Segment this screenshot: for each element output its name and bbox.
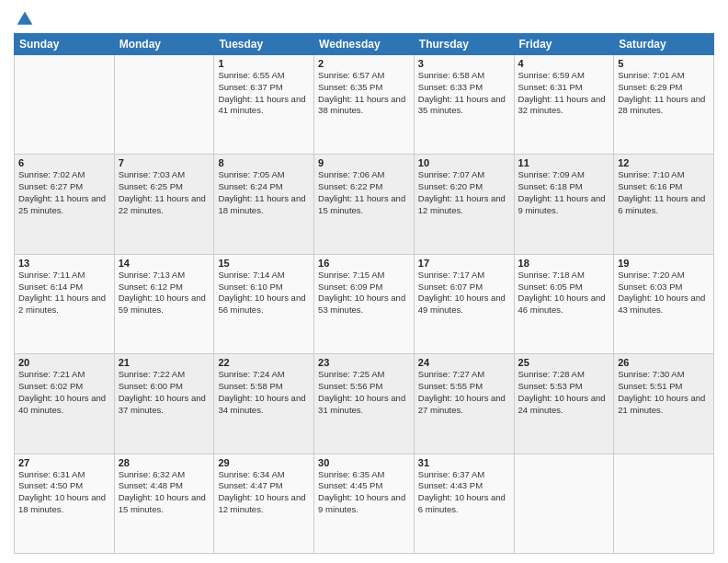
calendar-day-cell: 29Sunrise: 6:34 AM Sunset: 4:47 PM Dayli… — [214, 454, 314, 553]
calendar-day-cell: 6Sunrise: 7:02 AM Sunset: 6:27 PM Daylig… — [15, 155, 115, 254]
day-info: Sunrise: 6:34 AM Sunset: 4:47 PM Dayligh… — [218, 469, 310, 516]
calendar-day-cell: 4Sunrise: 6:59 AM Sunset: 6:31 PM Daylig… — [514, 55, 614, 155]
day-number: 13 — [18, 258, 110, 269]
day-info: Sunrise: 7:21 AM Sunset: 6:02 PM Dayligh… — [18, 369, 110, 416]
day-info: Sunrise: 7:05 AM Sunset: 6:24 PM Dayligh… — [218, 169, 310, 216]
day-number: 4 — [518, 58, 610, 69]
day-info: Sunrise: 7:30 AM Sunset: 5:51 PM Dayligh… — [618, 369, 710, 416]
calendar-day-cell: 12Sunrise: 7:10 AM Sunset: 6:16 PM Dayli… — [614, 155, 714, 254]
day-number: 30 — [318, 457, 410, 468]
day-number: 29 — [218, 457, 310, 468]
day-info: Sunrise: 7:18 AM Sunset: 6:05 PM Dayligh… — [518, 270, 610, 316]
day-number: 25 — [518, 357, 610, 368]
calendar-day-cell: 28Sunrise: 6:32 AM Sunset: 4:48 PM Dayli… — [114, 454, 214, 553]
calendar-header-row: SundayMondayTuesdayWednesdayThursdayFrid… — [15, 34, 714, 55]
calendar-day-cell: 14Sunrise: 7:13 AM Sunset: 6:12 PM Dayli… — [114, 254, 214, 353]
calendar-day-cell: 1Sunrise: 6:55 AM Sunset: 6:37 PM Daylig… — [214, 55, 314, 155]
calendar-week-row: 27Sunrise: 6:31 AM Sunset: 4:50 PM Dayli… — [15, 454, 714, 553]
logo-icon — [16, 9, 34, 28]
day-info: Sunrise: 7:22 AM Sunset: 6:00 PM Dayligh… — [119, 369, 210, 416]
calendar-day-cell: 19Sunrise: 7:20 AM Sunset: 6:03 PM Dayli… — [614, 254, 714, 353]
calendar-table: SundayMondayTuesdayWednesdayThursdayFrid… — [14, 33, 714, 554]
day-number: 7 — [119, 157, 210, 168]
day-info: Sunrise: 6:37 AM Sunset: 4:43 PM Dayligh… — [418, 469, 510, 516]
calendar-day-cell: 10Sunrise: 7:07 AM Sunset: 6:20 PM Dayli… — [414, 155, 514, 254]
day-number: 15 — [218, 258, 310, 269]
day-number: 23 — [318, 357, 410, 368]
calendar-day-cell: 9Sunrise: 7:06 AM Sunset: 6:22 PM Daylig… — [314, 155, 415, 254]
day-info: Sunrise: 7:14 AM Sunset: 6:10 PM Dayligh… — [218, 270, 310, 316]
calendar-day-cell: 21Sunrise: 7:22 AM Sunset: 6:00 PM Dayli… — [114, 354, 214, 454]
logo — [14, 9, 34, 28]
day-info: Sunrise: 7:03 AM Sunset: 6:25 PM Dayligh… — [119, 169, 210, 216]
day-info: Sunrise: 7:11 AM Sunset: 6:14 PM Dayligh… — [18, 270, 110, 316]
calendar-week-row: 1Sunrise: 6:55 AM Sunset: 6:37 PM Daylig… — [15, 55, 714, 155]
day-info: Sunrise: 6:59 AM Sunset: 6:31 PM Dayligh… — [518, 70, 610, 117]
day-info: Sunrise: 7:10 AM Sunset: 6:16 PM Dayligh… — [618, 169, 710, 216]
day-number: 10 — [418, 157, 510, 168]
calendar-day-cell: 23Sunrise: 7:25 AM Sunset: 5:56 PM Dayli… — [314, 354, 415, 454]
calendar-day-cell: 20Sunrise: 7:21 AM Sunset: 6:02 PM Dayli… — [15, 354, 115, 454]
calendar-day-cell: 22Sunrise: 7:24 AM Sunset: 5:58 PM Dayli… — [214, 354, 314, 454]
calendar-day-cell: 13Sunrise: 7:11 AM Sunset: 6:14 PM Dayli… — [15, 254, 115, 353]
day-number: 24 — [418, 357, 510, 368]
svg-marker-0 — [17, 12, 33, 25]
day-info: Sunrise: 6:55 AM Sunset: 6:37 PM Dayligh… — [218, 70, 310, 117]
day-number: 21 — [119, 357, 210, 368]
calendar-day-cell: 25Sunrise: 7:28 AM Sunset: 5:53 PM Dayli… — [514, 354, 614, 454]
day-info: Sunrise: 7:15 AM Sunset: 6:09 PM Dayligh… — [318, 270, 410, 316]
day-number: 3 — [418, 58, 510, 69]
day-info: Sunrise: 7:25 AM Sunset: 5:56 PM Dayligh… — [318, 369, 410, 416]
header — [14, 9, 714, 28]
day-number: 8 — [218, 157, 310, 168]
calendar-day-cell — [114, 55, 214, 155]
day-number: 1 — [218, 58, 310, 69]
day-number: 16 — [318, 258, 410, 269]
calendar-week-row: 20Sunrise: 7:21 AM Sunset: 6:02 PM Dayli… — [15, 354, 714, 454]
calendar-day-cell: 5Sunrise: 7:01 AM Sunset: 6:29 PM Daylig… — [614, 55, 714, 155]
day-of-week-header: Wednesday — [314, 34, 415, 55]
calendar-day-cell — [514, 454, 614, 553]
day-of-week-header: Sunday — [15, 34, 115, 55]
day-info: Sunrise: 7:09 AM Sunset: 6:18 PM Dayligh… — [518, 169, 610, 216]
day-number: 2 — [318, 58, 410, 69]
day-info: Sunrise: 6:31 AM Sunset: 4:50 PM Dayligh… — [18, 469, 110, 516]
day-number: 27 — [18, 457, 110, 468]
day-info: Sunrise: 6:58 AM Sunset: 6:33 PM Dayligh… — [418, 70, 510, 117]
day-of-week-header: Saturday — [614, 34, 714, 55]
day-number: 19 — [618, 258, 710, 269]
day-of-week-header: Thursday — [414, 34, 514, 55]
calendar-day-cell: 11Sunrise: 7:09 AM Sunset: 6:18 PM Dayli… — [514, 155, 614, 254]
calendar-day-cell: 3Sunrise: 6:58 AM Sunset: 6:33 PM Daylig… — [414, 55, 514, 155]
calendar-day-cell: 26Sunrise: 7:30 AM Sunset: 5:51 PM Dayli… — [614, 354, 714, 454]
day-of-week-header: Monday — [114, 34, 214, 55]
day-info: Sunrise: 7:01 AM Sunset: 6:29 PM Dayligh… — [618, 70, 710, 117]
day-info: Sunrise: 6:57 AM Sunset: 6:35 PM Dayligh… — [318, 70, 410, 117]
calendar-day-cell: 8Sunrise: 7:05 AM Sunset: 6:24 PM Daylig… — [214, 155, 314, 254]
day-number: 28 — [119, 457, 210, 468]
calendar-day-cell: 27Sunrise: 6:31 AM Sunset: 4:50 PM Dayli… — [15, 454, 115, 553]
day-number: 14 — [119, 258, 210, 269]
day-number: 6 — [18, 157, 110, 168]
calendar-day-cell: 7Sunrise: 7:03 AM Sunset: 6:25 PM Daylig… — [114, 155, 214, 254]
day-info: Sunrise: 7:17 AM Sunset: 6:07 PM Dayligh… — [418, 270, 510, 316]
day-info: Sunrise: 7:02 AM Sunset: 6:27 PM Dayligh… — [18, 169, 110, 216]
calendar-week-row: 13Sunrise: 7:11 AM Sunset: 6:14 PM Dayli… — [15, 254, 714, 353]
day-number: 31 — [418, 457, 510, 468]
day-info: Sunrise: 7:24 AM Sunset: 5:58 PM Dayligh… — [218, 369, 310, 416]
calendar-day-cell: 31Sunrise: 6:37 AM Sunset: 4:43 PM Dayli… — [414, 454, 514, 553]
calendar-day-cell: 24Sunrise: 7:27 AM Sunset: 5:55 PM Dayli… — [414, 354, 514, 454]
day-number: 22 — [218, 357, 310, 368]
day-number: 20 — [18, 357, 110, 368]
day-number: 11 — [518, 157, 610, 168]
day-info: Sunrise: 7:20 AM Sunset: 6:03 PM Dayligh… — [618, 270, 710, 316]
calendar-day-cell — [614, 454, 714, 553]
day-number: 12 — [618, 157, 710, 168]
calendar-day-cell: 30Sunrise: 6:35 AM Sunset: 4:45 PM Dayli… — [314, 454, 415, 553]
calendar-week-row: 6Sunrise: 7:02 AM Sunset: 6:27 PM Daylig… — [15, 155, 714, 254]
day-number: 18 — [518, 258, 610, 269]
calendar-day-cell: 18Sunrise: 7:18 AM Sunset: 6:05 PM Dayli… — [514, 254, 614, 353]
day-of-week-header: Friday — [514, 34, 614, 55]
calendar-day-cell: 15Sunrise: 7:14 AM Sunset: 6:10 PM Dayli… — [214, 254, 314, 353]
day-info: Sunrise: 7:27 AM Sunset: 5:55 PM Dayligh… — [418, 369, 510, 416]
